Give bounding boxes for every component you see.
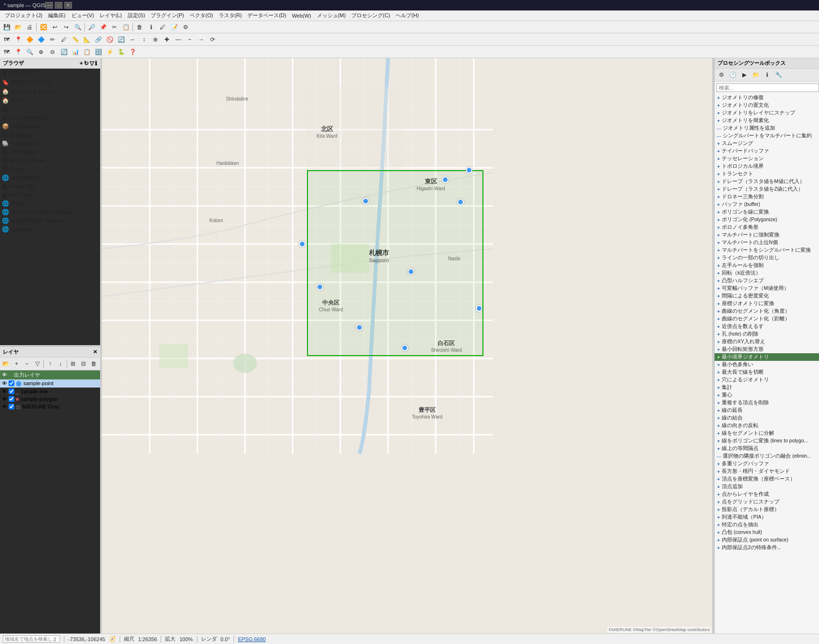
proc-tool-9[interactable]: ✦トポロジカル境界: [715, 163, 819, 170]
browser-item-3[interactable]: 🏠ホーム: [0, 96, 100, 105]
menu-item-v[interactable]: ビュー(V): [69, 11, 97, 20]
proc-info-btn[interactable]: ℹ: [762, 70, 772, 80]
browser-item-5[interactable]: 🖥D:\ (UserProfile): [0, 113, 100, 122]
menu-item-l[interactable]: レイヤ(L): [97, 11, 124, 20]
proc-tool-56[interactable]: ✦特定の点を抽出: [715, 521, 819, 529]
browser-item-0[interactable]: ★お気に入り: [0, 69, 100, 78]
tb3-btn-3[interactable]: ⊕: [36, 47, 46, 57]
proc-tool-38[interactable]: ✦集計: [715, 384, 819, 391]
layer-item-2[interactable]: 👁⎯sample-line: [0, 388, 100, 395]
proc-tool-10[interactable]: ✦トランセクト: [715, 170, 819, 178]
proc-tool-30[interactable]: ✦近傍点を数えるす: [715, 323, 819, 330]
proc-tool-28[interactable]: ✦曲線のセグメント化（角度）: [715, 307, 819, 315]
layers-panel-close[interactable]: ✕: [93, 349, 97, 355]
layer-item-0[interactable]: 👁■出力レイヤ: [0, 370, 100, 379]
menu-item-e[interactable]: 編集(E): [45, 11, 69, 20]
menu-item-p[interactable]: プラグイン(P): [148, 11, 187, 20]
layer-item-1[interactable]: 👁⬤sample-point: [0, 379, 100, 388]
minimize-button[interactable]: —: [45, 2, 53, 9]
browser-item-9[interactable]: 🗄SAP HANA: [0, 148, 100, 156]
proc-tool-48[interactable]: ✦多重リングバッファ: [715, 460, 819, 468]
layer-checkbox-1[interactable]: [9, 380, 14, 386]
tb2-btn-18[interactable]: ⟳: [207, 34, 218, 45]
proc-tool-41[interactable]: ✦線の延長: [715, 407, 819, 414]
proc-tool-36[interactable]: ✦最大長で線を切断: [715, 368, 819, 376]
tb2-btn-17[interactable]: →: [196, 34, 206, 45]
tb2-btn-6[interactable]: 📏: [70, 34, 81, 45]
tb2-btn-4[interactable]: ✏: [47, 34, 58, 45]
proc-tool-8[interactable]: ✦テッセレーション: [715, 155, 819, 163]
proc-folder-btn[interactable]: 📁: [750, 70, 761, 80]
proc-tool-31[interactable]: ✦孔 (hole) の削除: [715, 330, 819, 338]
tb2-btn-12[interactable]: ↕: [139, 34, 149, 45]
proc-tool-32[interactable]: ✦座標のXY入れ替え: [715, 338, 819, 346]
proc-tool-23[interactable]: ✦回転（k近傍法）: [715, 269, 819, 277]
tb3-btn-11[interactable]: ❓: [127, 47, 138, 57]
browser-item-2[interactable]: 🏠プロジェクトホーム: [0, 87, 100, 96]
layers-filter-btn[interactable]: ▽: [32, 358, 42, 369]
tb1-btn-13[interactable]: 🖊: [157, 22, 168, 32]
menu-item-j[interactable]: プロジェクト(J): [2, 11, 45, 20]
proc-tool-43[interactable]: ✦線の向きの反転: [715, 422, 819, 429]
proc-tool-3[interactable]: ✦ジオメトリを簡素化: [715, 117, 819, 124]
tb2-btn-16[interactable]: ~: [184, 34, 195, 45]
browser-item-15[interactable]: 🌐WCS: [0, 199, 100, 208]
tb2-btn-13[interactable]: ⊕: [150, 34, 161, 45]
menu-item-s[interactable]: 設定(S): [125, 11, 148, 20]
proc-tool-55[interactable]: ✦到達不能域（PIA）: [715, 513, 819, 521]
proc-tool-26[interactable]: ✦間隔による密度変化: [715, 292, 819, 300]
tb1-btn-4[interactable]: ↩: [50, 22, 60, 32]
tb1-btn-14[interactable]: 📝: [169, 22, 179, 32]
browser-add-btn[interactable]: +: [80, 60, 83, 67]
layer-item-3[interactable]: 👁■sample-polygon: [0, 395, 100, 403]
tb1-btn-9[interactable]: ✂: [109, 22, 120, 32]
browser-item-11[interactable]: 🗄Oracle: [0, 165, 100, 174]
layer-checkbox-2[interactable]: [9, 388, 14, 394]
proc-run-btn[interactable]: ▶: [739, 70, 749, 80]
tb2-btn-7[interactable]: 📐: [82, 34, 92, 45]
proc-tool-45[interactable]: ✦線をポリゴンに変換 (lines to polygo...: [715, 437, 819, 445]
proc-tool-59[interactable]: ✦内部保証点2の特殊条件...: [715, 544, 819, 552]
tb3-btn-7[interactable]: 📋: [82, 47, 92, 57]
browser-info-btn[interactable]: ℹ: [95, 60, 97, 67]
browser-item-1[interactable]: 🔖空間ブックマーク: [0, 78, 100, 87]
tb1-btn-1[interactable]: 📂: [13, 22, 23, 32]
tb3-btn-6[interactable]: 📊: [70, 47, 81, 57]
menu-item-m[interactable]: メッシュ(M): [314, 11, 349, 20]
tb1-btn-12[interactable]: ℹ: [146, 22, 156, 32]
browser-item-10[interactable]: 🗄MS SQL Server: [0, 156, 100, 165]
browser-item-16[interactable]: 🌐WFS / OGC API - Features: [0, 208, 100, 216]
tb1-btn-11[interactable]: 🗑: [134, 22, 145, 32]
proc-tool-19[interactable]: ✦マルチパートの上位N個: [715, 239, 819, 246]
tb2-btn-9[interactable]: 🚫: [104, 34, 115, 45]
layer-item-4[interactable]: 👁▨MIERUNE Gray: [0, 403, 100, 411]
tb2-btn-14[interactable]: ✚: [162, 34, 172, 45]
proc-tool-51[interactable]: ✦頂点追加: [715, 483, 819, 491]
proc-tool-57[interactable]: ✦凸包 (convex hull): [715, 529, 819, 536]
proc-tool-16[interactable]: ✦ポリゴン化 (Polygonize): [715, 216, 819, 224]
layers-remove-btn[interactable]: −: [22, 358, 32, 369]
proc-search-input[interactable]: [717, 83, 819, 92]
proc-tool-35[interactable]: ✦最小色多角い: [715, 361, 819, 368]
proc-tool-39[interactable]: ✦重心: [715, 391, 819, 399]
browser-item-7[interactable]: 🗄SpatiaLite: [0, 131, 100, 139]
proc-tool-7[interactable]: ✦テイパードバッファ: [715, 147, 819, 155]
browser-item-17[interactable]: 🌐ArcGIS REST Servers: [0, 216, 100, 225]
tb1-btn-2[interactable]: 🖨: [24, 22, 35, 32]
tb2-btn-2[interactable]: 🔶: [24, 34, 35, 45]
layer-visibility-2[interactable]: 👁: [2, 388, 7, 394]
layer-checkbox-3[interactable]: [9, 396, 14, 402]
menu-item-o[interactable]: ベクタ(O): [187, 11, 216, 20]
proc-tool-12[interactable]: ✦ドレープ（ラスタ値をZ値に代入）: [715, 185, 819, 193]
proc-tool-46[interactable]: ✦線上の等間隔点: [715, 445, 819, 452]
tb1-btn-3[interactable]: 🔀: [38, 22, 49, 32]
proc-tool-5[interactable]: —シングルパートをマルチパートに集約: [715, 132, 819, 140]
browser-item-12[interactable]: 🌐WMS/WMTS: [0, 174, 100, 182]
tb1-btn-15[interactable]: ⚙: [180, 22, 191, 32]
proc-tool-4[interactable]: —ジオメトリ属性を追加: [715, 124, 819, 132]
layers-collapse-btn[interactable]: ⊟: [79, 358, 88, 369]
tb1-btn-5[interactable]: ↪: [61, 22, 72, 32]
proc-tool-52[interactable]: ✦点からレイヤを作成: [715, 491, 819, 498]
proc-tool-22[interactable]: ✦左手ルールを強制: [715, 262, 819, 269]
proc-tool-29[interactable]: ✦曲線のセグメント化（距離）: [715, 315, 819, 323]
